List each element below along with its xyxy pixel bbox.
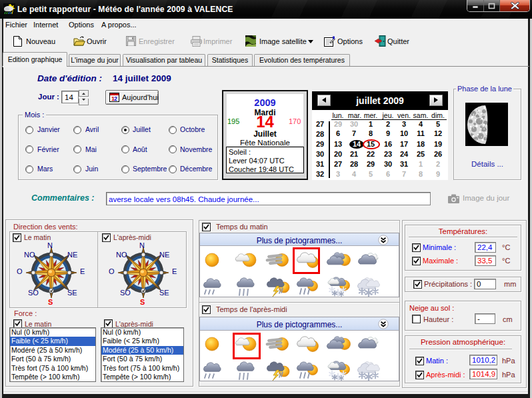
svg-text:2: 2 — [114, 95, 117, 102]
